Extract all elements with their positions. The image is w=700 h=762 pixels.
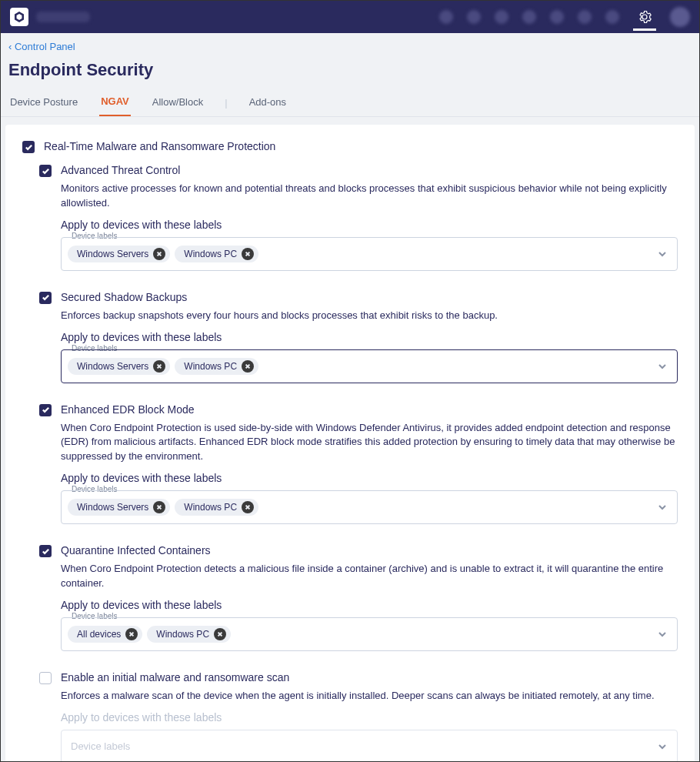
initscan-title: Enable an initial malware and ransomware… [61,671,289,683]
breadcrumb[interactable]: ‹ Control Panel [1,33,699,55]
topbar-icon-blur[interactable] [467,10,481,24]
section-qic: Quarantine Infected ContainersWhen Coro … [39,544,678,651]
chevron-down-icon [657,361,668,372]
section-initscan: Enable an initial malware and ransomware… [39,671,678,762]
top-bar [1,1,699,33]
qic-labels-field[interactable]: All devicesWindows PC [61,617,678,651]
chip-remove-button[interactable] [242,248,254,260]
section-ssb: Secured Shadow BackupsEnforces backup sn… [39,291,678,383]
breadcrumb-back-chevron: ‹ [8,41,15,52]
qic-description: When Coro Endpoint Protection detects a … [61,562,678,591]
main-toggle-row: Real-Time Malware and Ransomware Protect… [22,140,678,153]
ssb-description: Enforces backup snapshots every four hou… [61,309,678,323]
qic-apply-label: Apply to devices with these labels [61,599,678,611]
label-chip: Windows PC [147,626,231,643]
chip-text: Windows PC [184,502,237,513]
edr-title: Enhanced EDR Block Mode [61,403,195,416]
chip-text: Windows PC [184,249,237,259]
chip-text: Windows PC [184,361,237,372]
app-logo[interactable] [10,8,28,26]
check-icon [42,406,50,414]
chevron-down-icon [657,502,668,513]
qic-checkbox[interactable] [39,545,52,557]
topbar-icon-blur[interactable] [578,10,592,24]
chip-remove-button[interactable] [125,628,138,640]
avatar[interactable] [670,7,690,27]
check-icon [42,293,50,302]
tab-ngav[interactable]: NGAV [99,89,131,116]
settings-button[interactable] [633,5,656,31]
section-edr: Enhanced EDR Block ModeWhen Coro Endpoin… [39,403,678,525]
atc-checkbox[interactable] [39,165,52,177]
close-icon [156,363,162,369]
ssb-labels-field[interactable]: Windows ServersWindows PC [61,349,678,383]
breadcrumb-label: Control Panel [15,41,75,52]
chip-remove-button[interactable] [153,360,165,373]
tabs: Device Posture NGAV Allow/Block | Add-on… [1,89,699,117]
chip-remove-button[interactable] [242,501,254,513]
edr-apply-label: Apply to devices with these labels [61,472,678,484]
tab-device-posture[interactable]: Device Posture [8,90,79,115]
chip-text: Windows Servers [77,502,148,513]
topbar-icon-blur[interactable] [495,10,508,24]
topbar-actions [439,5,690,28]
chevron-down-icon [657,741,668,752]
atc-apply-label: Apply to devices with these labels [61,219,678,231]
atc-title: Advanced Threat Control [61,164,180,176]
initscan-apply-label: Apply to devices with these labels [61,711,678,724]
gear-icon [638,10,652,24]
chip-text: Windows Servers [77,361,148,372]
close-icon [245,363,251,369]
close-icon [245,251,251,257]
chevron-down-icon [657,249,668,259]
realtime-protection-checkbox[interactable] [22,141,35,153]
check-icon [42,167,50,175]
label-chip: Windows PC [175,358,258,375]
topbar-icon-blur[interactable] [439,10,453,24]
close-icon [245,504,251,510]
ssb-apply-label: Apply to devices with these labels [61,331,678,343]
chip-remove-button[interactable] [242,360,254,373]
chip-text: All devices [77,629,121,640]
realtime-protection-label: Real-Time Malware and Ransomware Protect… [44,140,275,152]
atc-labels-field-wrap: Device labelsWindows ServersWindows PC [61,237,678,271]
page-title: Endpoint Security [1,55,699,89]
edr-labels-field-wrap: Device labelsWindows ServersWindows PC [61,490,678,524]
tab-allow-block[interactable]: Allow/Block [151,90,205,115]
edr-labels-field[interactable]: Windows ServersWindows PC [61,490,678,524]
content-panel: Real-Time Malware and Ransomware Protect… [5,125,695,762]
edr-checkbox[interactable] [39,404,52,416]
label-chip: All devices [68,626,142,643]
qic-labels-field-wrap: Device labelsAll devicesWindows PC [61,617,678,651]
close-icon [217,631,223,637]
label-chip: Windows Servers [68,358,170,375]
initscan-checkbox[interactable] [39,672,52,684]
close-icon [156,504,162,510]
chip-text: Windows PC [156,629,209,640]
tab-separator: | [225,97,227,109]
initscan-description: Enforces a malware scan of the device wh… [61,689,678,704]
qic-title: Quarantine Infected Containers [61,544,211,556]
section-atc: Advanced Threat ControlMonitors active p… [39,164,678,271]
topbar-icon-blur[interactable] [522,10,536,24]
topbar-icon-blur[interactable] [550,10,564,24]
chevron-down-icon [657,629,668,640]
ssb-checkbox[interactable] [39,292,52,304]
chip-remove-button[interactable] [214,628,226,640]
initscan-labels-field: Device labels [61,730,678,762]
atc-description: Monitors active processes for known and … [61,182,678,211]
chip-text: Windows Servers [77,249,148,259]
tab-addons[interactable]: Add-ons [248,90,288,115]
brand-name-blur [36,12,90,22]
label-chip: Windows PC [175,246,258,262]
chip-remove-button[interactable] [153,501,165,513]
ssb-title: Secured Shadow Backups [61,291,187,303]
atc-labels-field[interactable]: Windows ServersWindows PC [61,237,678,271]
label-chip: Windows Servers [68,246,170,262]
field-placeholder: Device labels [68,740,130,752]
check-icon [25,143,33,152]
ssb-labels-field-wrap: Device labelsWindows ServersWindows PC [61,349,678,383]
topbar-icon-blur[interactable] [605,10,619,24]
check-icon [42,547,50,556]
chip-remove-button[interactable] [153,248,165,260]
